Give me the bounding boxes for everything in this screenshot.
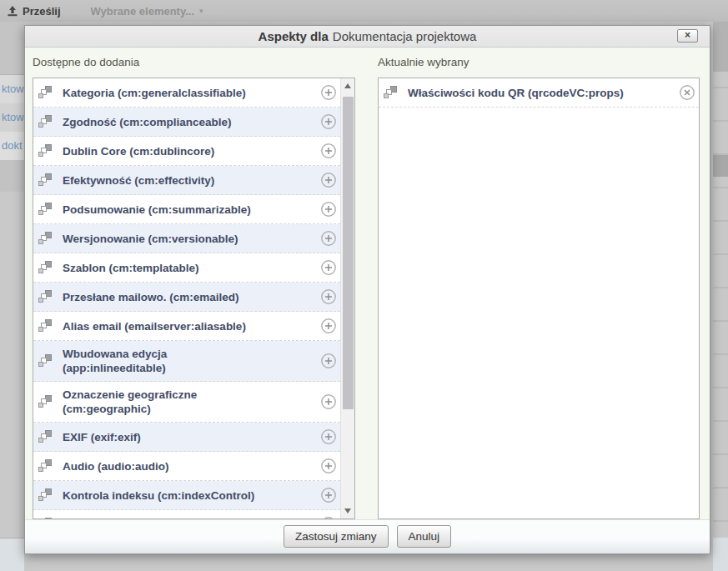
background-row-block — [0, 160, 24, 192]
add-aspect-button[interactable] — [320, 288, 337, 305]
aspect-icon — [38, 144, 52, 158]
aspect-icon — [38, 459, 52, 473]
dialog-title-rest: Dokumentacja projektowa — [333, 29, 477, 43]
add-aspect-button[interactable] — [320, 487, 337, 503]
selected-heading: Aktualnie wybrany — [378, 56, 700, 69]
aspect-row: Wersjonowanie (cm:versionable) — [33, 224, 340, 253]
add-aspect-button[interactable] — [320, 428, 337, 445]
background-table-header — [713, 22, 728, 72]
aspect-label: Wbudowana edycja(app:inlineeditable) — [63, 347, 320, 375]
background-table-header — [0, 22, 24, 75]
selected-rows: Właściwości kodu QR (qrcodeVC:props) — [379, 78, 699, 518]
available-rows: Kategoria (cm:generalclassifiable)Zgodno… — [33, 78, 340, 518]
aspect-label: Zgodność (cm:complianceable) — [63, 115, 320, 129]
remove-aspect-button[interactable] — [679, 84, 695, 101]
selected-items-menu[interactable]: Wybrane elementy... ▾ — [91, 5, 203, 18]
scrollbar-thumb[interactable] — [343, 97, 354, 409]
aspect-row: Przesłane mailowo. (cm:emailed) — [33, 283, 340, 312]
background-toolbar: Prześlij Wybrane elementy... ▾ — [0, 0, 728, 22]
aspect-row: Wbudowana edycja(app:inlineeditable) — [33, 341, 340, 382]
aspect-row: Oznaczenie geograficzne(cm:geographic) — [33, 382, 340, 423]
aspect-row: Kontrola indeksu (cm:indexControl) — [33, 481, 340, 510]
aspect-label: Ograniczenie (dp:restrictable) — [63, 518, 320, 519]
cancel-button[interactable]: Anuluj — [397, 525, 452, 548]
scroll-down-icon[interactable] — [341, 504, 355, 518]
upload-icon — [7, 5, 18, 17]
aspect-icon — [38, 488, 52, 502]
background-table-right-edge — [713, 22, 728, 571]
aspect-label: Podsumowanie (cm:summarizable) — [63, 203, 320, 217]
scrollbar[interactable] — [340, 78, 354, 518]
aspect-row: Podsumowanie (cm:summarizable) — [33, 195, 340, 224]
dialog-title-bold: Aspekty dla — [259, 29, 329, 43]
aspect-row: Właściwości kodu QR (qrcodeVC:props) — [379, 78, 699, 108]
upload-button[interactable]: Prześlij — [7, 5, 61, 18]
add-aspect-button[interactable] — [320, 353, 337, 369]
available-aspects-panel: Dostępne do dodania Kategoria (cm:genera… — [33, 56, 355, 519]
aspect-label: Kontrola indeksu (cm:indexControl) — [63, 488, 320, 503]
close-icon[interactable]: × — [677, 29, 698, 43]
aspect-icon — [38, 290, 52, 303]
aspect-row: Alias email (emailserver:aliasable) — [33, 312, 340, 341]
selected-listbox: Właściwości kodu QR (qrcodeVC:props) — [378, 78, 700, 519]
aspect-icon — [38, 430, 52, 443]
aspect-label: Oznaczenie geograficzne(cm:geographic) — [63, 388, 320, 416]
aspect-row: Audio (audio:audio) — [33, 452, 340, 481]
background-link-fragment: ktowa — [0, 103, 24, 132]
available-heading: Dostępne do dodania — [33, 56, 355, 69]
aspect-row: Dublin Core (cm:dublincore) — [33, 137, 340, 166]
aspect-icon — [38, 203, 52, 216]
aspect-row: EXIF (exif:exif) — [33, 423, 340, 452]
aspect-label: Szablon (cm:templatable) — [63, 261, 320, 275]
background-footer-strip — [0, 538, 24, 571]
background-link-fragment: ktowa — [0, 75, 24, 103]
aspect-icon — [38, 354, 52, 368]
selected-aspects-panel: Aktualnie wybrany Właściwości kodu QR (q… — [378, 56, 700, 519]
add-aspect-button[interactable] — [320, 201, 337, 218]
scroll-up-icon[interactable] — [341, 78, 355, 93]
add-aspect-button[interactable] — [320, 458, 337, 474]
dialog-footer: Zastosuj zmiany Anuluj — [25, 519, 710, 553]
aspect-icon — [384, 86, 397, 99]
aspect-label: Audio (audio:audio) — [63, 459, 320, 473]
aspect-icon — [38, 518, 52, 518]
aspect-label: Właściwości kodu QR (qrcodeVC:props) — [408, 86, 679, 100]
aspect-label: Kategoria (cm:generalclassifiable) — [63, 86, 320, 100]
aspect-label: Alias email (emailserver:aliasable) — [63, 319, 320, 333]
dialog-header[interactable]: Aspekty dlaDokumentacja projektowa × — [25, 26, 710, 48]
background-link-fragment: dokt — [0, 132, 24, 160]
dialog-title: Aspekty dlaDokumentacja projektowa — [259, 29, 477, 43]
aspect-row: Ograniczenie (dp:restrictable) — [33, 510, 340, 518]
add-aspect-button[interactable] — [320, 143, 337, 159]
dialog-body: Dostępne do dodania Kategoria (cm:genera… — [25, 48, 710, 519]
aspect-row: Zgodność (cm:complianceable) — [33, 108, 340, 137]
available-listbox: Kategoria (cm:generalclassifiable)Zgodno… — [33, 78, 355, 519]
aspect-icon — [38, 173, 52, 187]
aspect-label: Wersjonowanie (cm:versionable) — [63, 232, 320, 246]
add-aspect-button[interactable] — [320, 393, 337, 410]
add-aspect-button[interactable] — [320, 318, 337, 334]
background-row-block — [713, 155, 728, 177]
upload-button-label: Prześlij — [23, 5, 61, 18]
add-aspect-button[interactable] — [320, 172, 337, 188]
add-aspect-button[interactable] — [320, 516, 337, 518]
aspect-icon — [38, 232, 52, 245]
add-aspect-button[interactable] — [320, 230, 337, 247]
aspect-label: Efektywność (cm:effectivity) — [63, 173, 320, 188]
aspect-label: EXIF (exif:exif) — [63, 430, 320, 444]
aspect-icon — [38, 319, 52, 333]
background-footer-strip — [713, 538, 728, 571]
add-aspect-button[interactable] — [320, 84, 337, 101]
aspects-dialog: Aspekty dlaDokumentacja projektowa × Dos… — [24, 25, 710, 554]
add-aspect-button[interactable] — [320, 113, 337, 130]
aspect-row: Szablon (cm:templatable) — [33, 253, 340, 283]
aspect-icon — [38, 86, 52, 99]
apply-changes-button[interactable]: Zastosuj zmiany — [284, 525, 389, 548]
aspect-row: Kategoria (cm:generalclassifiable) — [33, 78, 340, 108]
add-aspect-button[interactable] — [320, 259, 337, 276]
background-table-left-edge: ktowa ktowa dokt — [0, 22, 24, 571]
chevron-down-icon: ▾ — [199, 7, 203, 15]
aspect-icon — [38, 261, 52, 274]
selected-items-label: Wybrane elementy... — [91, 5, 195, 18]
aspect-label: Dublin Core (cm:dublincore) — [63, 144, 320, 158]
